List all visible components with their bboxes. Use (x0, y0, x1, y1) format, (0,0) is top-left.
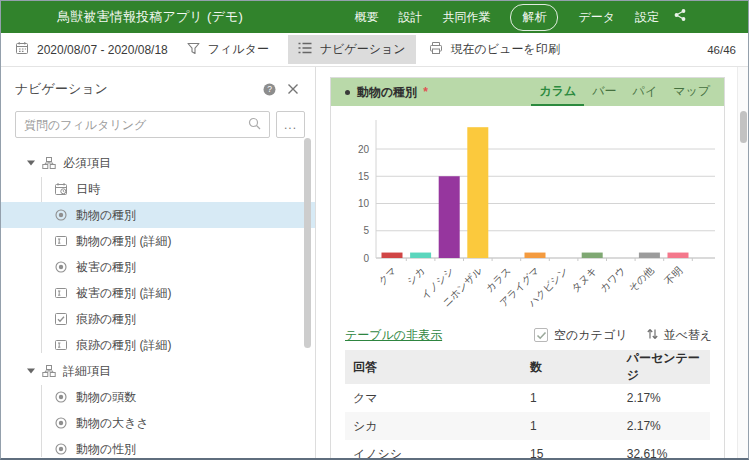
chart-tab[interactable]: バー (584, 78, 624, 106)
svg-text:15: 15 (358, 171, 370, 182)
svg-text:20: 20 (358, 144, 370, 155)
tree-item[interactable]: 被害の種別 (1, 254, 315, 280)
datetime-icon (54, 182, 68, 196)
search-row: ... (15, 111, 305, 138)
tree-item[interactable]: 痕跡の種別 (詳細) (1, 332, 315, 358)
svg-text:?: ? (267, 84, 272, 94)
header-nav-item[interactable]: 設定 (635, 9, 659, 26)
empty-category-label: 空のカテゴリ (554, 327, 627, 344)
table-cell: 32.61% (619, 440, 710, 458)
response-table: 回答数パーセンテージ クマ12.17%シカ12.17%イノシシ1532.61%ニ… (345, 350, 710, 458)
date-range-control[interactable]: 2020/08/07 - 2020/08/18 (15, 41, 168, 58)
svg-text:その他: その他 (626, 265, 655, 294)
chart-tab[interactable]: マップ (665, 78, 718, 106)
content-area: ナビゲーション ? ... 必須項目日時動物の種別動物の種別 (詳細)被害の種別… (1, 67, 748, 458)
tree-item[interactable]: 動物の大きさ (1, 410, 315, 436)
tree-item-label: 被害の種別 (76, 259, 136, 276)
list-icon (298, 42, 312, 57)
question-bullet-icon (345, 90, 350, 95)
printer-icon (429, 41, 443, 58)
caret-down-icon[interactable] (27, 159, 35, 167)
tree-item[interactable]: 動物の種別 (1, 202, 315, 228)
tree-section[interactable]: 詳細項目 (1, 358, 315, 384)
column-chart: 05101520クマシカイノシシニホンザルカラスアライグマハクビシンタヌキカワウ… (331, 106, 724, 320)
chart-tab[interactable]: パイ (625, 78, 666, 106)
table-cell: クマ (345, 384, 522, 412)
tree-item-label: 動物の種別 (76, 207, 136, 224)
header-nav-item[interactable]: 解析 (510, 4, 558, 31)
help-icon[interactable]: ? (263, 83, 276, 96)
tree-section-label: 詳細項目 (63, 363, 111, 380)
table-cell: シカ (345, 412, 522, 440)
header-nav: 概要設計共同作業解析データ設定 (354, 4, 659, 31)
controls-right: 空のカテゴリ 並べ替え (534, 327, 712, 344)
main-area: 動物の種別 * カラムバーパイマップ 05101520クマシカイノシシニホンザル… (316, 67, 748, 458)
table-header-cell: パーセンテージ (619, 350, 710, 384)
table-cell: 2.17% (619, 384, 710, 412)
header-nav-item[interactable]: データ (578, 9, 615, 26)
table-cell: 1 (522, 412, 619, 440)
table-cell: 15 (522, 440, 619, 458)
main-scrollbar-thumb[interactable] (740, 111, 747, 143)
chart-tab[interactable]: カラム (531, 78, 584, 106)
radio-icon (54, 260, 68, 274)
app-header: 鳥獣被害情報投稿アプリ (デモ) 概要設計共同作業解析データ設定 (1, 1, 748, 33)
table-controls: テーブルの非表示 空のカテゴリ 並べ替え (331, 320, 724, 350)
tree-item-label: 動物の種別 (詳細) (76, 233, 172, 250)
radio-icon (54, 390, 68, 404)
filter-button[interactable]: フィルター (187, 41, 269, 58)
tree-item-label: 被害の種別 (詳細) (76, 285, 172, 302)
close-icon[interactable] (287, 83, 299, 95)
navigation-label: ナビゲーション (320, 41, 406, 58)
group-icon (42, 156, 56, 170)
toolbar: 2020/08/07 - 2020/08/18 フィルター ナビゲーション 現在… (1, 33, 748, 67)
table-body: クマ12.17%シカ12.17%イノシシ1532.61%ニホンザル2452.17… (345, 384, 710, 458)
chart-card: 動物の種別 * カラムバーパイマップ 05101520クマシカイノシシニホンザル… (330, 77, 725, 458)
tree-item[interactable]: 動物の種別 (詳細) (1, 228, 315, 254)
tree-item[interactable]: 動物の頭数 (1, 384, 315, 410)
navigation-panel-header: ナビゲーション ? (1, 67, 315, 104)
tree-children: 動物の頭数動物の大きさ動物の性別 (1, 384, 315, 458)
table-header-cell: 数 (522, 350, 619, 384)
sidebar-scrollbar-thumb[interactable] (304, 138, 311, 348)
tree-item[interactable]: 痕跡の種別 (1, 306, 315, 332)
print-view-button[interactable]: 現在のビューを印刷 (429, 41, 560, 58)
filter-label: フィルター (208, 41, 269, 58)
tree-item[interactable]: 動物の性別 (1, 436, 315, 458)
share-icon (673, 8, 687, 26)
svg-text:10: 10 (358, 198, 370, 209)
card-header: 動物の種別 * カラムバーパイマップ (331, 78, 724, 106)
header-nav-item[interactable]: 概要 (354, 9, 378, 26)
table-header-cell: 回答 (345, 350, 522, 384)
header-nav-item[interactable]: 設計 (398, 9, 422, 26)
table-cell: 1 (522, 384, 619, 412)
calendar-icon (15, 41, 29, 58)
svg-text:カワウ: カワウ (598, 265, 627, 294)
radio-icon (54, 416, 68, 430)
share-button[interactable] (673, 8, 687, 26)
date-range-text: 2020/08/07 - 2020/08/18 (37, 43, 168, 57)
tree-item-label: 動物の頭数 (76, 389, 136, 406)
svg-text:5: 5 (363, 225, 369, 236)
sort-label: 並べ替え (663, 327, 712, 344)
hide-table-link[interactable]: テーブルの非表示 (345, 327, 442, 344)
tree-item-label: 動物の性別 (76, 441, 136, 458)
caret-down-icon[interactable] (27, 367, 35, 375)
question-title: 動物の種別 (357, 84, 417, 101)
empty-category-checkbox[interactable] (534, 328, 548, 342)
tree-section[interactable]: 必須項目 (1, 150, 315, 176)
chart-tabs: カラムバーパイマップ (531, 78, 718, 106)
tree-item[interactable]: 被害の種別 (詳細) (1, 280, 315, 306)
chart-svg: 05101520クマシカイノシシニホンザルカラスアライグマハクビシンタヌキカワウ… (331, 106, 724, 320)
question-filter-input[interactable] (24, 118, 248, 132)
sort-control[interactable]: 並べ替え (646, 327, 712, 344)
table-row: イノシシ1532.61% (345, 440, 710, 458)
group-icon (42, 364, 56, 378)
more-options-button[interactable]: ... (276, 111, 305, 138)
navigation-toggle-button[interactable]: ナビゲーション (288, 35, 416, 64)
tree-item[interactable]: 日時 (1, 176, 315, 202)
text-input-icon (54, 286, 68, 300)
header-nav-item[interactable]: 共同作業 (442, 9, 490, 26)
radio-icon (54, 442, 68, 456)
table-row: シカ12.17% (345, 412, 710, 440)
